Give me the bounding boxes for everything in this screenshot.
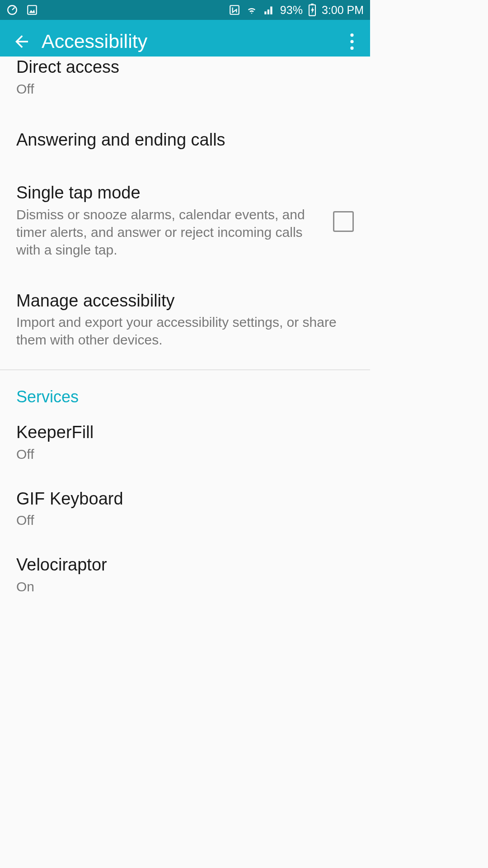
svg-marker-3 xyxy=(29,9,35,13)
battery-charging-icon xyxy=(308,4,316,16)
wifi-icon xyxy=(246,4,258,16)
svg-rect-2 xyxy=(28,5,37,14)
direct-access-item[interactable]: Direct access Off xyxy=(0,57,370,110)
more-vert-icon xyxy=(350,33,354,50)
setting-title: Manage accessibility xyxy=(16,290,354,312)
service-velociraptor-item[interactable]: Velociraptor On xyxy=(0,542,370,608)
answering-calls-item[interactable]: Answering and ending calls xyxy=(0,110,370,164)
setting-status: Off xyxy=(16,511,354,529)
status-bar: 93% 3:00 PM xyxy=(0,0,370,20)
battery-percent: 93% xyxy=(280,4,303,17)
setting-description: Dismiss or snooze alarms, calendar event… xyxy=(16,206,322,259)
service-keeperfill-item[interactable]: KeeperFill Off xyxy=(0,409,370,476)
back-button[interactable] xyxy=(5,25,38,58)
service-gif-keyboard-item[interactable]: GIF Keyboard Off xyxy=(0,476,370,542)
signal-icon xyxy=(263,4,275,16)
services-header: Services xyxy=(0,370,370,409)
manage-accessibility-item[interactable]: Manage accessibility Import and export y… xyxy=(0,271,370,362)
svg-rect-6 xyxy=(311,4,314,5)
svg-marker-7 xyxy=(311,7,314,14)
speedometer-icon xyxy=(6,4,18,16)
page-title: Accessibility xyxy=(42,30,339,52)
nfc-icon xyxy=(229,4,240,16)
setting-title: KeeperFill xyxy=(16,422,354,443)
svg-point-9 xyxy=(350,40,353,43)
svg-rect-4 xyxy=(230,5,239,14)
setting-title: Answering and ending calls xyxy=(16,129,354,151)
setting-title: Single tap mode xyxy=(16,182,322,204)
single-tap-mode-item[interactable]: Single tap mode Dismiss or snooze alarms… xyxy=(0,163,370,271)
setting-title: GIF Keyboard xyxy=(16,488,354,510)
image-icon xyxy=(26,4,38,16)
arrow-back-icon xyxy=(12,32,31,51)
settings-list[interactable]: Direct access Off Answering and ending c… xyxy=(0,57,370,608)
clock-time: 3:00 PM xyxy=(322,4,364,17)
svg-line-1 xyxy=(12,8,14,10)
setting-description: Import and export your accessibility set… xyxy=(16,313,354,349)
single-tap-checkbox[interactable] xyxy=(333,211,354,232)
setting-title: Direct access xyxy=(16,57,354,78)
setting-title: Velociraptor xyxy=(16,554,354,576)
setting-status: On xyxy=(16,578,354,595)
svg-point-8 xyxy=(350,33,353,37)
setting-status: Off xyxy=(16,445,354,463)
svg-point-10 xyxy=(350,46,353,49)
setting-status: Off xyxy=(16,80,354,98)
overflow-menu-button[interactable] xyxy=(339,29,365,54)
